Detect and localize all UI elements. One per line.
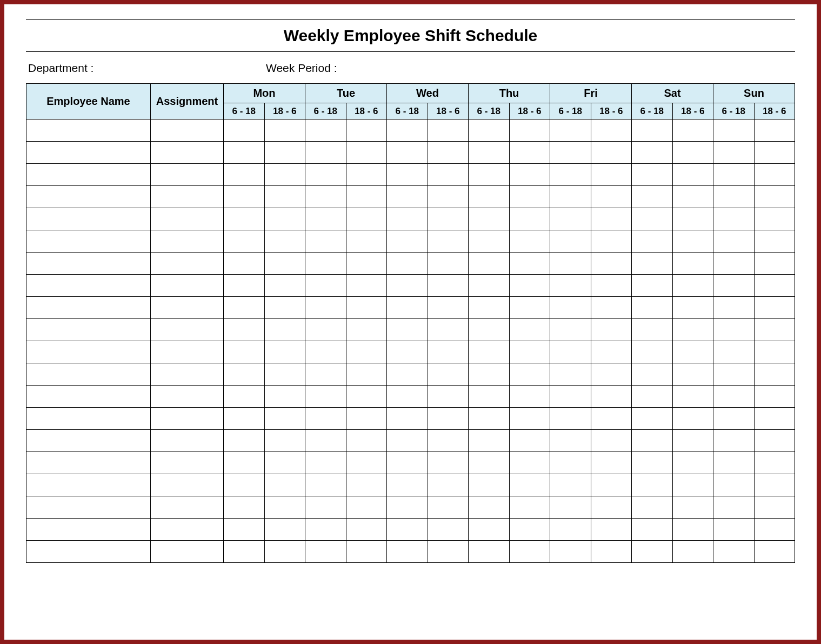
cell-shift[interactable] (713, 275, 755, 297)
cell-shift[interactable] (632, 208, 673, 230)
cell-shift[interactable] (550, 452, 591, 474)
cell-shift[interactable] (550, 363, 591, 386)
cell-shift[interactable] (428, 119, 469, 142)
cell-shift[interactable] (428, 408, 469, 430)
cell-shift[interactable] (632, 119, 673, 142)
cell-shift[interactable] (754, 496, 795, 519)
cell-shift[interactable] (469, 253, 510, 275)
cell-shift[interactable] (305, 452, 346, 474)
cell-shift[interactable] (672, 319, 713, 341)
cell-shift[interactable] (672, 452, 713, 474)
cell-shift[interactable] (672, 253, 713, 275)
cell-shift[interactable] (550, 386, 591, 408)
cell-shift[interactable] (346, 430, 387, 452)
cell-shift[interactable] (346, 253, 387, 275)
cell-shift[interactable] (713, 363, 755, 386)
cell-shift[interactable] (591, 253, 632, 275)
cell-shift[interactable] (428, 496, 469, 519)
cell-shift[interactable] (264, 430, 305, 452)
cell-shift[interactable] (713, 119, 755, 142)
cell-shift[interactable] (672, 386, 713, 408)
cell-employee-name[interactable] (26, 230, 151, 253)
cell-shift[interactable] (713, 496, 755, 519)
cell-shift[interactable] (469, 430, 510, 452)
cell-shift[interactable] (591, 275, 632, 297)
cell-assignment[interactable] (151, 253, 224, 275)
cell-shift[interactable] (672, 230, 713, 253)
cell-shift[interactable] (754, 430, 795, 452)
cell-shift[interactable] (428, 275, 469, 297)
cell-shift[interactable] (469, 363, 510, 386)
cell-shift[interactable] (754, 452, 795, 474)
cell-shift[interactable] (346, 119, 387, 142)
cell-shift[interactable] (754, 386, 795, 408)
cell-shift[interactable] (672, 297, 713, 319)
cell-shift[interactable] (469, 208, 510, 230)
cell-shift[interactable] (264, 297, 305, 319)
cell-shift[interactable] (509, 275, 550, 297)
cell-assignment[interactable] (151, 430, 224, 452)
cell-shift[interactable] (264, 519, 305, 541)
cell-shift[interactable] (672, 363, 713, 386)
cell-shift[interactable] (509, 119, 550, 142)
cell-shift[interactable] (754, 164, 795, 186)
cell-shift[interactable] (509, 142, 550, 164)
cell-shift[interactable] (509, 519, 550, 541)
cell-shift[interactable] (264, 408, 305, 430)
cell-shift[interactable] (224, 408, 265, 430)
cell-shift[interactable] (264, 452, 305, 474)
cell-shift[interactable] (264, 119, 305, 142)
cell-shift[interactable] (387, 408, 428, 430)
cell-shift[interactable] (550, 408, 591, 430)
cell-shift[interactable] (224, 452, 265, 474)
cell-shift[interactable] (509, 541, 550, 563)
cell-shift[interactable] (672, 496, 713, 519)
cell-shift[interactable] (346, 164, 387, 186)
cell-shift[interactable] (469, 142, 510, 164)
cell-shift[interactable] (672, 519, 713, 541)
cell-shift[interactable] (387, 253, 428, 275)
cell-shift[interactable] (632, 230, 673, 253)
cell-shift[interactable] (672, 164, 713, 186)
cell-shift[interactable] (509, 253, 550, 275)
cell-shift[interactable] (224, 341, 265, 363)
cell-shift[interactable] (428, 164, 469, 186)
cell-shift[interactable] (550, 297, 591, 319)
cell-employee-name[interactable] (26, 186, 151, 208)
cell-shift[interactable] (224, 474, 265, 496)
cell-shift[interactable] (387, 230, 428, 253)
cell-shift[interactable] (754, 319, 795, 341)
cell-shift[interactable] (469, 275, 510, 297)
cell-shift[interactable] (264, 275, 305, 297)
cell-employee-name[interactable] (26, 275, 151, 297)
cell-shift[interactable] (713, 186, 755, 208)
cell-shift[interactable] (346, 386, 387, 408)
cell-assignment[interactable] (151, 496, 224, 519)
cell-shift[interactable] (387, 519, 428, 541)
cell-shift[interactable] (632, 408, 673, 430)
cell-shift[interactable] (469, 297, 510, 319)
cell-shift[interactable] (591, 119, 632, 142)
cell-employee-name[interactable] (26, 119, 151, 142)
cell-shift[interactable] (428, 230, 469, 253)
cell-shift[interactable] (346, 230, 387, 253)
cell-shift[interactable] (550, 142, 591, 164)
cell-shift[interactable] (305, 142, 346, 164)
cell-shift[interactable] (224, 119, 265, 142)
cell-employee-name[interactable] (26, 430, 151, 452)
cell-assignment[interactable] (151, 363, 224, 386)
cell-shift[interactable] (224, 386, 265, 408)
cell-employee-name[interactable] (26, 386, 151, 408)
cell-assignment[interactable] (151, 230, 224, 253)
cell-assignment[interactable] (151, 319, 224, 341)
cell-shift[interactable] (428, 142, 469, 164)
cell-shift[interactable] (387, 186, 428, 208)
cell-shift[interactable] (754, 186, 795, 208)
cell-shift[interactable] (672, 275, 713, 297)
cell-shift[interactable] (428, 430, 469, 452)
cell-shift[interactable] (428, 452, 469, 474)
cell-shift[interactable] (428, 386, 469, 408)
cell-shift[interactable] (305, 341, 346, 363)
cell-shift[interactable] (346, 452, 387, 474)
cell-shift[interactable] (387, 386, 428, 408)
